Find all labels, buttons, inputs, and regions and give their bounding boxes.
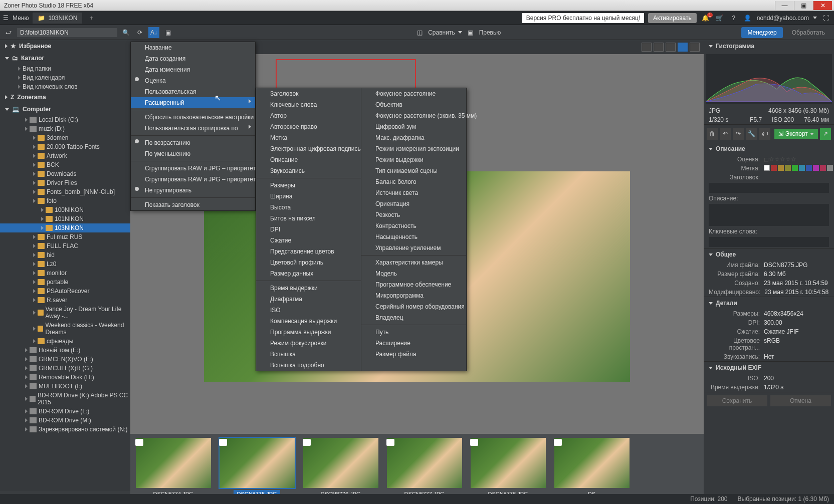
thumbnail[interactable]: DSCN8778.JPG — [469, 438, 547, 500]
histogram-header[interactable]: Гистограмма — [704, 40, 834, 52]
rotate-right-icon[interactable]: ↷ — [733, 128, 744, 140]
promo-banner[interactable]: Версия PRO бесплатно на целый месяц! — [522, 13, 645, 23]
submenu-item[interactable]: Размеры — [256, 180, 361, 191]
thumbnail[interactable]: DSCN8777.JPG — [385, 438, 463, 500]
submenu-item[interactable]: Высота — [256, 202, 361, 213]
menu-item[interactable]: Не группировать — [131, 185, 255, 196]
tree-item[interactable]: Vance Joy - Dream Your Life Away -... — [0, 305, 130, 321]
desc-input[interactable] — [709, 204, 829, 226]
rating-stars[interactable]: ◻☆☆☆☆☆ — [764, 156, 829, 163]
menu-item[interactable]: Оценка — [131, 75, 255, 86]
bell-icon[interactable]: 🔔1 — [701, 15, 711, 22]
submenu-item[interactable]: Фокусное расстояние — [361, 88, 466, 99]
submenu-item[interactable]: Заголовок — [256, 88, 361, 99]
menu-item[interactable]: По уменьшению — [131, 148, 255, 159]
delete-icon[interactable]: 🗑 — [707, 128, 718, 140]
activate-button[interactable]: Активировать — [648, 13, 696, 23]
submenu-item[interactable]: Электронная цифровая подпись — [256, 143, 361, 154]
sidebar-computer[interactable]: 💻 Computer — [0, 103, 130, 115]
submenu-item[interactable]: Ориентация — [361, 198, 466, 209]
submenu-item[interactable]: Объектив — [361, 99, 466, 110]
tree-item[interactable]: hid — [0, 250, 130, 260]
submenu-item[interactable]: Автор — [256, 110, 361, 121]
submenu-item[interactable]: Насыщенность — [361, 231, 466, 242]
catalog-item[interactable]: Вид календаря — [0, 73, 130, 82]
newfolder-icon[interactable]: ▣ — [162, 27, 173, 38]
submenu-item[interactable]: Макс. диафрагма — [361, 132, 466, 143]
tree-item[interactable]: Removable Disk (H:) — [0, 373, 130, 382]
color-marks[interactable] — [764, 165, 833, 172]
tree-item[interactable]: Новый том (E:) — [0, 346, 130, 355]
view-btn-4[interactable] — [678, 43, 688, 52]
keywords-input[interactable] — [709, 237, 829, 247]
tree-item[interactable]: MULTIBOOT (I:) — [0, 382, 130, 391]
submenu-item[interactable]: Режим выдержки — [361, 154, 466, 165]
menu-item[interactable]: Расширенный — [131, 97, 255, 108]
minimize-button[interactable]: — — [775, 1, 794, 10]
tree-item[interactable]: 3domen — [0, 133, 130, 142]
submenu-item[interactable]: Режим измерения экспозиции — [361, 143, 466, 154]
tag-icon[interactable]: 🏷 — [759, 128, 770, 140]
thumbnail[interactable]: DSCN8774.JPG — [134, 438, 212, 500]
title-input[interactable] — [709, 183, 829, 193]
hamburger-icon[interactable]: ☰ — [3, 15, 9, 22]
tree-item[interactable]: BD-ROM Drive (K:) Adobe PS CC 2015 — [0, 391, 130, 407]
new-tab-button[interactable]: + — [86, 15, 96, 22]
tree-item[interactable]: Local Disk (C:) — [0, 115, 130, 124]
submenu-item[interactable]: Модель — [361, 268, 466, 279]
search-icon[interactable]: 🔍 — [120, 27, 131, 38]
compare-icon[interactable]: ◫ — [414, 27, 425, 38]
tree-item[interactable]: 103NIKON — [0, 223, 130, 232]
nav-up-icon[interactable]: ⮐ — [3, 27, 14, 38]
sort-button[interactable]: A↓ — [148, 27, 159, 38]
manager-button[interactable]: Менеджер — [741, 27, 782, 38]
wrench-icon[interactable]: 🔧 — [746, 128, 757, 140]
submenu-item[interactable]: Вспышка подробно — [256, 360, 361, 371]
catalog-item[interactable]: Вид ключевых слов — [0, 82, 130, 91]
tree-item[interactable]: Weekend classics - Weekend Dreams — [0, 321, 130, 337]
submenu-item[interactable]: Авторское право — [256, 121, 361, 132]
submenu-item[interactable]: Цветовой профиль — [256, 257, 361, 268]
tree-item[interactable]: PSAutoRecover — [0, 287, 130, 296]
submenu-item[interactable]: Диафрагма — [256, 294, 361, 305]
submenu-item[interactable]: Фокусное расстояние (эквив. 35 мм) — [361, 110, 466, 121]
help-icon[interactable]: ? — [729, 15, 739, 22]
submenu-item[interactable]: Время выдержки — [256, 283, 361, 294]
details-header[interactable]: Детали — [704, 297, 834, 309]
user-email[interactable]: nohdd@yahoo.com — [757, 15, 809, 22]
menu-item[interactable]: Пользовательская — [131, 86, 255, 97]
menu-label[interactable]: Меню — [13, 15, 29, 22]
submenu-item[interactable]: Программное обеспечение — [361, 279, 466, 290]
submenu-item[interactable]: ISO — [256, 305, 361, 316]
tree-item[interactable]: Fonts_bomb_[NNM-Club] — [0, 187, 130, 196]
tree-item[interactable]: 100NIKON — [0, 205, 130, 214]
tree-item[interactable]: FULL FLAC — [0, 241, 130, 250]
tree-item[interactable]: GRMCULF(X)R (G:) — [0, 364, 130, 373]
tree-item[interactable]: muzk (D:) — [0, 124, 130, 133]
save-button[interactable]: Сохранить — [707, 395, 767, 406]
submenu-item[interactable]: Владелец — [361, 312, 466, 323]
tree-item[interactable]: Downloads — [0, 169, 130, 178]
submenu-item[interactable]: Описание — [256, 154, 361, 165]
tree-item[interactable]: portable — [0, 278, 130, 287]
submenu-item[interactable]: DPI — [256, 224, 361, 235]
tree-item[interactable]: Зарезервировано системой (N:) — [0, 425, 130, 434]
user-menu-caret[interactable] — [813, 17, 817, 19]
submenu-item[interactable]: Режим фокусировки — [256, 338, 361, 349]
fullscreen-icon[interactable]: ⛶ — [821, 15, 831, 22]
submenu-item[interactable]: Сжатие — [256, 235, 361, 246]
preview-icon[interactable]: ▣ — [465, 27, 476, 38]
compare-caret[interactable] — [458, 31, 462, 34]
desc-header[interactable]: Описание — [704, 143, 834, 155]
menu-item[interactable]: Сбросить пользовательские настройки — [131, 112, 255, 123]
submenu-item[interactable]: Ширина — [256, 191, 361, 202]
menu-item[interactable]: Сгруппировать RAW и JPG – приоритет RAW — [131, 163, 255, 174]
submenu-item[interactable]: Представление цветов — [256, 246, 361, 257]
general-header[interactable]: Общее — [704, 248, 834, 261]
menu-item[interactable]: Дата создания — [131, 53, 255, 64]
rotate-left-icon[interactable]: ↶ — [720, 128, 731, 140]
view-btn-5[interactable] — [690, 43, 700, 52]
cart-icon[interactable]: 🛒 — [715, 15, 725, 22]
submenu-item[interactable]: Контрастность — [361, 220, 466, 231]
close-button[interactable]: ✕ — [813, 1, 832, 10]
